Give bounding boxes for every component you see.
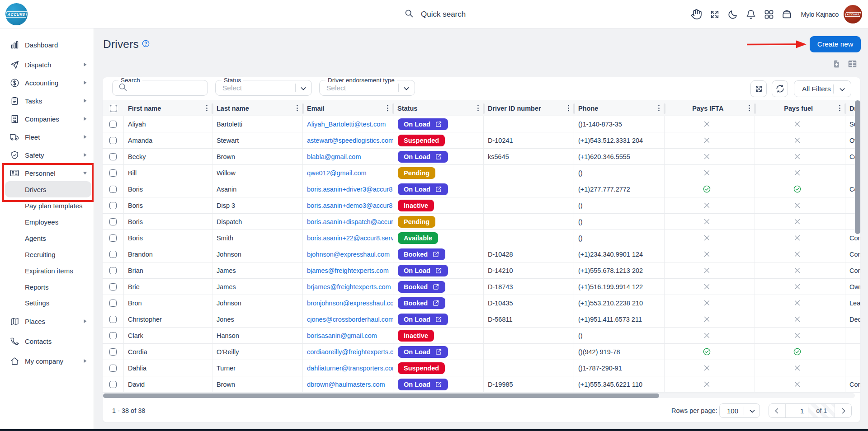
next-page-button[interactable] xyxy=(835,404,851,417)
external-link-icon[interactable] xyxy=(435,153,442,160)
sidebar-item-accounting[interactable]: Accounting xyxy=(0,74,94,92)
column-menu-icon[interactable] xyxy=(386,105,390,112)
email-link[interactable]: cjones@crossborderhaul.com xyxy=(307,316,393,323)
breadbox-icon[interactable] xyxy=(778,5,796,23)
row-checkbox[interactable] xyxy=(109,332,117,339)
column-menu-icon[interactable] xyxy=(566,105,571,112)
column-menu-icon[interactable] xyxy=(476,105,481,112)
table-row[interactable]: ChristopherJonescjones@crossborderhaul.c… xyxy=(103,311,860,328)
external-link-icon[interactable] xyxy=(435,348,442,355)
sidebar-subitem-employees[interactable]: Employees xyxy=(5,214,91,230)
email-link[interactable]: brjames@freightexperts.com xyxy=(307,283,391,290)
table-row[interactable]: BillWillowqwe012@gmail.comPending() xyxy=(103,165,860,181)
email-link[interactable]: boris.asanin+demo3@accur8.services xyxy=(307,202,393,209)
export-download-icon[interactable] xyxy=(832,60,841,68)
moon-icon[interactable] xyxy=(724,5,742,23)
external-link-icon[interactable] xyxy=(433,283,439,290)
column-header-email[interactable]: Email xyxy=(303,100,393,116)
page-number-input[interactable]: 1 xyxy=(785,404,809,417)
email-link[interactable]: boris.asanin+driver3@accur8.services xyxy=(307,186,393,193)
sidebar-item-fleet[interactable]: Fleet xyxy=(0,128,94,146)
external-link-icon[interactable] xyxy=(433,300,439,306)
sidebar-subitem-agents[interactable]: Agents xyxy=(5,230,91,246)
avatar[interactable]: ACCUR8 xyxy=(844,5,862,23)
search-field[interactable]: Search xyxy=(112,80,208,96)
refresh-button[interactable] xyxy=(772,80,788,97)
row-checkbox[interactable] xyxy=(109,348,117,356)
table-row[interactable]: DahliaTurnerdahliaturner@transporters.co… xyxy=(103,360,860,376)
sidebar-item-places[interactable]: Places xyxy=(0,312,94,330)
email-link[interactable]: borisasanin@gmail.com xyxy=(307,332,377,339)
row-checkbox[interactable] xyxy=(109,169,117,177)
row-checkbox[interactable] xyxy=(109,365,117,372)
sidebar-item-companies[interactable]: Companies xyxy=(0,110,94,128)
table-row[interactable]: BorisDisp 3boris.asanin+demo3@accur8.ser… xyxy=(103,197,860,214)
select-all-checkbox[interactable] xyxy=(110,105,117,112)
email-link[interactable]: boris.asanin+dispatch@accur8.services xyxy=(307,218,393,225)
column-menu-icon[interactable] xyxy=(205,105,209,112)
sidebar-item-tasks[interactable]: Tasks xyxy=(0,92,94,110)
column-header-phone[interactable]: Phone xyxy=(574,100,665,116)
driver-endorsement-select[interactable]: Driver endorsement type Select xyxy=(319,80,415,96)
table-row[interactable]: ClarkHansonborisasanin@gmail.comInactive… xyxy=(103,328,860,344)
email-link[interactable]: dahliaturner@transporters.com xyxy=(307,365,393,372)
sidebar-item-dispatch[interactable]: Dispatch xyxy=(0,56,94,74)
email-link[interactable]: blabla@gmail.com xyxy=(307,153,361,160)
sidebar-item-contacts[interactable]: Contacts xyxy=(0,332,94,350)
sidebar-item-dashboard[interactable]: Dashboard xyxy=(0,36,94,54)
table-row[interactable]: AliyahBartolettiAliyah_Bartoletti@test.c… xyxy=(103,116,860,132)
row-checkbox[interactable] xyxy=(109,153,117,160)
row-checkbox[interactable] xyxy=(109,202,117,209)
external-link-icon[interactable] xyxy=(435,381,442,388)
email-link[interactable]: astewart@speedlogistics.com xyxy=(307,137,393,144)
email-link[interactable]: qwe012@gmail.com xyxy=(307,169,367,177)
table-row[interactable]: BronJohnsonbronjohnson@expresshaul.comBo… xyxy=(103,295,860,311)
email-link[interactable]: Aliyah_Bartoletti@test.com xyxy=(307,121,386,128)
table-row[interactable]: AmandaStewartastewart@speedlogistics.com… xyxy=(103,132,860,149)
table-view-icon[interactable] xyxy=(848,60,857,68)
sidebar-item-personnel[interactable]: Personnel xyxy=(0,164,94,182)
sidebar-subitem-reports[interactable]: Reports xyxy=(5,279,91,295)
rows-per-page-select[interactable]: 100 xyxy=(719,403,760,418)
email-link[interactable]: cordiaoreilly@freightexperts.com xyxy=(307,348,393,356)
column-menu-icon[interactable] xyxy=(295,105,300,112)
table-row[interactable]: BrandonJohnsonbjohnson@expresshaul.comBo… xyxy=(103,246,860,262)
email-link[interactable]: bjames@freightexperts.com xyxy=(307,267,389,274)
status-select[interactable]: Status Select xyxy=(215,80,312,96)
row-checkbox[interactable] xyxy=(109,251,117,258)
email-link[interactable]: dbrown@haulmasters.com xyxy=(307,381,385,388)
sidebar-subitem-drivers[interactable]: Drivers xyxy=(5,181,91,197)
email-link[interactable]: bronjohnson@expresshaul.com xyxy=(307,300,393,307)
grid-icon[interactable] xyxy=(760,5,778,23)
expand-icon[interactable] xyxy=(706,5,724,23)
sidebar-item-safety[interactable]: Safety xyxy=(0,146,94,164)
table-row[interactable]: BrianJamesbjames@freightexperts.comOn Lo… xyxy=(103,262,860,279)
quick-search[interactable]: Quick search xyxy=(404,0,466,28)
previous-page-button[interactable] xyxy=(769,404,785,417)
sidebar-item-my-company[interactable]: My company xyxy=(0,352,94,370)
horizontal-scrollbar[interactable] xyxy=(103,394,659,398)
sidebar-subitem-recruiting[interactable]: Recruiting xyxy=(5,246,91,262)
table-row[interactable]: BrieJamesbrjames@freightexperts.comBooke… xyxy=(103,279,860,295)
column-header-ifta[interactable]: Pays IFTA xyxy=(665,100,755,116)
column-menu-icon[interactable] xyxy=(657,105,661,112)
table-row[interactable]: BorisAsaninboris.asanin+driver3@accur8.s… xyxy=(103,181,860,197)
external-link-icon[interactable] xyxy=(433,251,439,258)
all-filters-button[interactable]: All Filters xyxy=(794,80,851,97)
row-checkbox[interactable] xyxy=(109,137,117,144)
row-checkbox[interactable] xyxy=(109,267,117,274)
row-checkbox[interactable] xyxy=(109,381,117,388)
email-link[interactable]: boris.asanin+22@accur8.services xyxy=(307,234,393,242)
bell-icon[interactable] xyxy=(742,5,760,23)
hand-icon[interactable] xyxy=(688,5,706,23)
expand-table-button[interactable] xyxy=(750,80,767,97)
column-menu-icon[interactable] xyxy=(838,105,842,112)
column-header-last[interactable]: Last name xyxy=(212,100,303,116)
row-checkbox[interactable] xyxy=(109,300,117,307)
column-header-driver_id[interactable]: Driver ID number xyxy=(484,100,574,116)
email-link[interactable]: bjohnson@expresshaul.com xyxy=(307,251,390,258)
external-link-icon[interactable] xyxy=(435,121,442,127)
column-header-fuel[interactable]: Pays fuel xyxy=(755,100,845,116)
external-link-icon[interactable] xyxy=(435,267,442,274)
row-checkbox[interactable] xyxy=(109,283,117,290)
